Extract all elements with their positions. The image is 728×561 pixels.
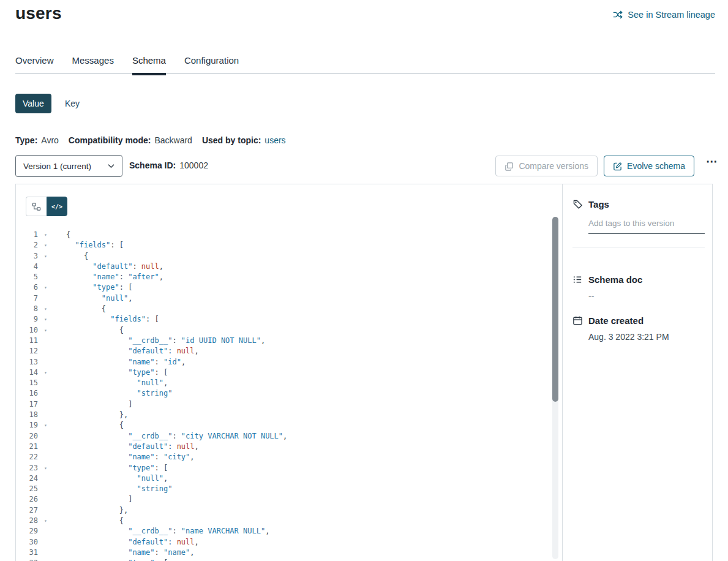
schema-doc-header: Schema doc [572, 274, 705, 285]
code-line: 28▾ { [16, 516, 552, 526]
code-text: "string" [66, 484, 172, 494]
line-number: 11 [16, 336, 43, 346]
compare-versions-label: Compare versions [519, 161, 588, 171]
fold-toggle-icon[interactable]: ▾ [43, 230, 54, 240]
schema-id: Schema ID: 100002 [129, 160, 208, 170]
line-number: 17 [16, 399, 43, 410]
code-line: 19▾ { [16, 420, 552, 431]
fold-toggle-icon[interactable]: ▾ [43, 282, 54, 293]
line-number: 23 [16, 463, 43, 473]
key-toggle-button[interactable]: Key [58, 94, 87, 113]
fold-toggle-icon[interactable]: ▾ [43, 420, 54, 431]
more-options-button[interactable]: ⋯ [706, 154, 718, 168]
date-created-title: Date created [588, 315, 644, 326]
schema-doc-section: Schema doc -- [572, 274, 705, 301]
fold-spacer [43, 484, 54, 494]
code-text: ] [66, 494, 132, 505]
topic-link[interactable]: users [265, 135, 285, 145]
line-number: 22 [16, 452, 43, 462]
fold-spacer [43, 431, 54, 442]
fold-toggle-icon[interactable]: ▾ [43, 251, 54, 262]
tab-bar: Overview Messages Schema Configuration [15, 55, 239, 73]
line-number: 27 [16, 505, 43, 516]
line-number: 10 [16, 325, 43, 336]
code-view-button[interactable]: </> [47, 197, 67, 216]
code-text: { [66, 304, 106, 314]
code-text: "fields": [ [66, 240, 124, 250]
code-line: 3▾ { [16, 251, 552, 262]
fold-spacer [43, 537, 54, 548]
fold-toggle-icon[interactable]: ▾ [43, 367, 54, 378]
compatibility-mode-label: Compatibility mode: [69, 135, 151, 145]
code-text: "__crdb__": "city VARCHAR NOT NULL", [66, 431, 287, 442]
line-number: 16 [16, 388, 43, 399]
code-text: }, [66, 410, 128, 420]
editor-scrollbar-thumb[interactable] [552, 217, 558, 402]
tags-input[interactable] [588, 219, 705, 234]
code-text: "type": [ [66, 367, 168, 378]
fold-toggle-icon[interactable]: ▾ [43, 463, 54, 473]
tab-configuration[interactable]: Configuration [184, 55, 239, 73]
tab-overview[interactable]: Overview [15, 55, 54, 73]
line-number: 28 [16, 516, 43, 526]
code-text: { [66, 325, 124, 336]
schema-doc-icon [572, 274, 583, 285]
fold-spacer [43, 526, 54, 537]
code-line: 22 "name": "city", [16, 452, 552, 462]
value-toggle-button[interactable]: Value [15, 94, 51, 113]
line-number: 15 [16, 378, 43, 388]
editor-view-toggle: </> [26, 197, 67, 216]
line-number: 31 [16, 548, 43, 558]
code-text: "type": [ [66, 282, 132, 293]
fold-toggle-icon[interactable]: ▾ [43, 516, 54, 526]
code-text: "name": "city", [66, 452, 195, 462]
fold-toggle-icon[interactable]: ▾ [43, 304, 54, 314]
page-title: users [15, 4, 62, 23]
used-by-topic-label: Used by topic: [202, 135, 261, 145]
code-text: "null", [66, 293, 132, 304]
tab-schema[interactable]: Schema [132, 55, 166, 73]
evolve-schema-button[interactable]: Evolve schema [604, 156, 694, 176]
fold-spacer [43, 336, 54, 346]
line-number: 21 [16, 442, 43, 452]
code-text: { [66, 230, 70, 240]
code-line: 30 "default": null, [16, 537, 552, 548]
code-line: 11 "__crdb__": "id UUID NOT NULL", [16, 336, 552, 346]
line-number: 1 [16, 230, 43, 240]
code-text: ] [66, 399, 132, 410]
line-number: 12 [16, 346, 43, 356]
fold-spacer [43, 399, 54, 410]
code-text: "string" [66, 388, 172, 399]
code-text: "default": null, [66, 537, 199, 548]
code-text: "default": null, [66, 442, 199, 452]
stream-lineage-icon [612, 9, 623, 20]
fold-spacer [43, 505, 54, 516]
compare-versions-button[interactable]: Compare versions [495, 156, 598, 176]
fold-toggle-icon[interactable]: ▾ [43, 558, 54, 561]
code-line: 26 ] [16, 494, 552, 505]
code-line: 16 "string" [16, 388, 552, 399]
line-number: 4 [16, 262, 43, 272]
code-line: 12 "default": null, [16, 346, 552, 356]
line-number: 9 [16, 314, 43, 325]
version-select[interactable]: Version 1 (current) [15, 155, 122, 177]
see-in-stream-lineage-link[interactable]: See in Stream lineage [612, 9, 715, 20]
code-line: 25 "string" [16, 484, 552, 494]
chevron-down-icon [108, 164, 114, 168]
tree-view-button[interactable] [26, 197, 47, 216]
fold-toggle-icon[interactable]: ▾ [43, 314, 54, 325]
fold-toggle-icon[interactable]: ▾ [43, 325, 54, 336]
tree-view-icon [32, 202, 41, 211]
type-label: Type: [15, 135, 37, 145]
code-line: 21 "default": null, [16, 442, 552, 452]
tab-messages[interactable]: Messages [72, 55, 114, 73]
line-number: 5 [16, 272, 43, 282]
line-number: 29 [16, 526, 43, 537]
version-select-value: Version 1 (current) [23, 162, 91, 171]
code-line: 2▾ "fields": [ [16, 240, 552, 250]
tags-title: Tags [588, 199, 609, 209]
compare-versions-icon [505, 162, 514, 171]
fold-spacer [43, 494, 54, 505]
fold-toggle-icon[interactable]: ▾ [43, 240, 54, 250]
code-view-icon: </> [51, 203, 62, 210]
